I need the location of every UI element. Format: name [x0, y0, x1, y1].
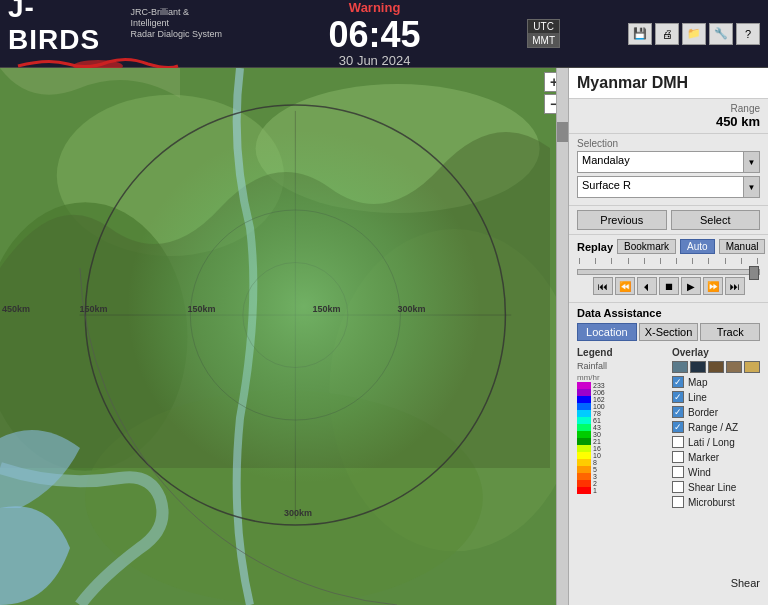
selection-section: Selection Mandalay ▼ Surface R ▼: [569, 134, 768, 206]
color-value: 61: [593, 417, 601, 424]
map-scrollbar[interactable]: [556, 68, 568, 605]
stop-button[interactable]: ⏹: [659, 277, 679, 295]
overlay-checkbox-marker[interactable]: [672, 451, 684, 463]
help-button[interactable]: ?: [736, 23, 760, 45]
warning-label: Warning: [349, 0, 401, 15]
color-swatch: [577, 466, 591, 473]
overlay-checkbox-microburst[interactable]: [672, 496, 684, 508]
color-row: 43: [577, 424, 664, 431]
range-label-text: Range: [577, 103, 760, 114]
tab-track[interactable]: Track: [700, 323, 760, 341]
timeline-thumb[interactable]: [749, 266, 759, 280]
select-button[interactable]: Select: [671, 210, 761, 230]
overlay-label-marker: Marker: [688, 452, 719, 463]
color-swatch: [577, 445, 591, 452]
color-row: 3: [577, 473, 664, 480]
utc-label[interactable]: UTC: [528, 20, 559, 34]
range-label-150e: 150km: [312, 304, 340, 314]
map-color-swatch[interactable]: [672, 361, 688, 373]
skip-start-button[interactable]: ⏮: [593, 277, 613, 295]
range-label-300s: 300km: [284, 508, 312, 518]
overlay-checkbox-border[interactable]: [672, 406, 684, 418]
overlay-item-range_az: Range / AZ: [672, 421, 760, 433]
overlay-checkbox-line[interactable]: [672, 391, 684, 403]
range-value: 450 km: [577, 114, 760, 129]
svg-point-12: [85, 105, 505, 525]
color-swatch: [577, 389, 591, 396]
color-value: 2: [593, 480, 597, 487]
overlay-checkbox-wind[interactable]: [672, 466, 684, 478]
station-title: Myanmar DMH: [569, 68, 768, 99]
color-swatch: [577, 480, 591, 487]
utc-mmt-selector[interactable]: UTC MMT: [527, 19, 560, 48]
range-label-w: 450km: [2, 304, 30, 314]
color-value: 1: [593, 487, 597, 494]
overlay-item-microburst: Microburst: [672, 496, 760, 508]
color-row: 10: [577, 452, 664, 459]
color-swatch: [577, 424, 591, 431]
timeline-track[interactable]: [577, 269, 760, 275]
map-area[interactable]: 450km 150km 150km 150km 300km 300km + −: [0, 68, 568, 605]
rewind-button[interactable]: ⏪: [615, 277, 635, 295]
previous-button[interactable]: Previous: [577, 210, 667, 230]
prev-select-row: Previous Select: [569, 206, 768, 235]
color-swatch: [577, 403, 591, 410]
map-color-swatch[interactable]: [708, 361, 724, 373]
overlay-label-microburst: Microburst: [688, 497, 735, 508]
data-assist-label: Data Assistance: [577, 307, 760, 319]
folder-button[interactable]: 📁: [682, 23, 706, 45]
surface-select-arrow[interactable]: ▼: [744, 176, 760, 198]
color-row: 1: [577, 487, 664, 494]
color-bar: 233 206 162 100 78 61 43 30 21: [577, 382, 664, 494]
overlay-label-line: Line: [688, 392, 707, 403]
print-button[interactable]: 🖨: [655, 23, 679, 45]
overlay-checkbox-lati_long[interactable]: [672, 436, 684, 448]
overlay-checkbox-range_az[interactable]: [672, 421, 684, 433]
mmt-label[interactable]: MMT: [528, 34, 559, 47]
overlay-item-wind: Wind: [672, 466, 760, 478]
map-scroll-thumb[interactable]: [557, 122, 568, 142]
step-back-button[interactable]: ⏴: [637, 277, 657, 295]
save-button[interactable]: 💾: [628, 23, 652, 45]
replay-label: Replay: [577, 241, 613, 253]
play-button[interactable]: ▶: [681, 277, 701, 295]
map-color-swatch[interactable]: [690, 361, 706, 373]
header-right: 💾 🖨 📁 🔧 ?: [560, 23, 760, 45]
skip-end-button[interactable]: ⏭: [725, 277, 745, 295]
main-area: 450km 150km 150km 150km 300km 300km + − …: [0, 68, 768, 605]
legend-overlay: Legend Rainfall mm/hr 233 206 162 100: [577, 347, 760, 511]
color-value: 5: [593, 466, 597, 473]
auto-button[interactable]: Auto: [680, 239, 715, 254]
overlay-item-line: Line: [672, 391, 760, 403]
tab-xsection[interactable]: X-Section: [639, 323, 699, 341]
header-center: Warning 06:45 30 Jun 2024: [228, 0, 521, 68]
location-select[interactable]: Mandalay: [577, 151, 744, 173]
overlay-label-range_az: Range / AZ: [688, 422, 738, 433]
tab-location[interactable]: Location: [577, 323, 637, 341]
color-value: 30: [593, 431, 601, 438]
color-value: 16: [593, 445, 601, 452]
map-color-swatch[interactable]: [726, 361, 742, 373]
manual-button[interactable]: Manual: [719, 239, 766, 254]
replay-section: Replay Bookmark Auto Manual: [569, 235, 768, 303]
overlay-checkbox-map[interactable]: [672, 376, 684, 388]
map-color-swatch[interactable]: [744, 361, 760, 373]
color-row: 8: [577, 459, 664, 466]
color-swatch: [577, 487, 591, 494]
overlay-checkbox-shear_line[interactable]: [672, 481, 684, 493]
surface-select[interactable]: Surface R: [577, 176, 744, 198]
data-assist-section: Data Assistance Location X-Section Track…: [569, 303, 768, 605]
color-row: 100: [577, 403, 664, 410]
color-swatch: [577, 438, 591, 445]
tools-button[interactable]: 🔧: [709, 23, 733, 45]
location-select-arrow[interactable]: ▼: [744, 151, 760, 173]
timeline-slider[interactable]: [577, 258, 760, 274]
color-swatch: [577, 431, 591, 438]
rainfall-unit: mm/hr: [577, 373, 664, 382]
overlay-items-list: MapLineBorderRange / AZLati / LongMarker…: [672, 376, 760, 508]
overlay-label-lati_long: Lati / Long: [688, 437, 735, 448]
color-row: 162: [577, 396, 664, 403]
color-row: 61: [577, 417, 664, 424]
bookmark-button[interactable]: Bookmark: [617, 239, 676, 254]
fast-forward-button[interactable]: ⏩: [703, 277, 723, 295]
